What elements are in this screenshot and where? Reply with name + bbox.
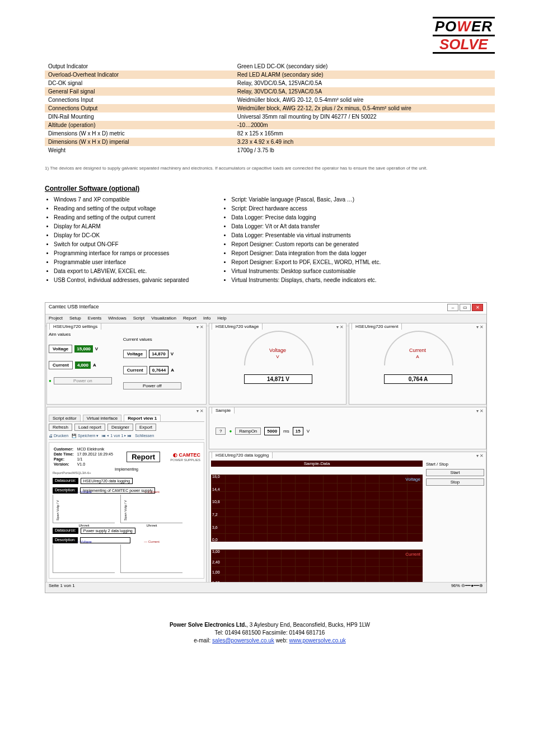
logo-w: W bbox=[457, 18, 471, 35]
spec-row: Connections InputWeidmüller block, AWG 2… bbox=[45, 96, 495, 104]
voltage-setpoint[interactable]: 15,000 bbox=[74, 345, 92, 353]
current-setpoint[interactable]: 4,000 bbox=[75, 361, 91, 369]
logo-po: PO bbox=[435, 18, 457, 35]
app-screenshot: Camtec USB Interface – ▭ ✕ ProjectSetupE… bbox=[45, 302, 487, 593]
spec-row: DIN-Rail MountingUniversal 35mm rail mou… bbox=[45, 112, 495, 121]
feature-item: Report Designer: Data integration from t… bbox=[231, 250, 381, 257]
footer-address: 3 Aylesbury End, Beaconsfield, Bucks, HP… bbox=[250, 622, 370, 628]
feature-item: Reading and setting of the output curren… bbox=[54, 214, 189, 222]
voltage-readout: 14,870 bbox=[149, 350, 168, 358]
report-current-chart-2: — Current bbox=[120, 544, 182, 573]
print-icon[interactable]: 🖨 Drucken bbox=[49, 434, 68, 438]
sample-tab[interactable]: Sample bbox=[212, 407, 235, 414]
spec-footnote: 1) The devices are designed to supply ga… bbox=[45, 166, 495, 171]
feature-item: Programming interface for ramps or proce… bbox=[54, 250, 189, 257]
ramp-v-input[interactable]: 15 bbox=[293, 427, 303, 435]
power-on-button[interactable]: Power on bbox=[54, 377, 112, 384]
panel-close-icon[interactable]: ▾ ✕ bbox=[196, 408, 204, 414]
refresh-button[interactable]: Refresh bbox=[49, 424, 72, 431]
ramp-led-icon: ● bbox=[229, 429, 232, 434]
minimize-icon[interactable]: – bbox=[447, 304, 458, 311]
spec-row: General Fail signalRelay, 30VDC/0.5A, 12… bbox=[45, 87, 495, 96]
footer-company: Power Solve Electronics Ltd. bbox=[170, 622, 246, 628]
current-unit: A bbox=[93, 363, 96, 368]
footer-fax: 01494 681716 bbox=[289, 630, 325, 636]
voltage-read-label: Voltage bbox=[123, 350, 147, 358]
brand-logo: POWER SOLVE bbox=[45, 17, 495, 54]
export-button[interactable]: Export bbox=[135, 424, 156, 431]
voltage-gauge-panel: HSEUIreg720 voltage ▾ ✕ Voltage V 14,871… bbox=[209, 323, 346, 405]
footer-email-link[interactable]: sales@powersolve.co.uk bbox=[212, 637, 274, 644]
logger-tab[interactable]: HSEUIreg720 data logging bbox=[212, 452, 273, 458]
close-icon[interactable]: ✕ bbox=[472, 304, 483, 311]
feature-item: Data Logger: Presentable via virtual ins… bbox=[231, 232, 381, 240]
settings-panel: HSEUIreg720 settings ▾ ✕ Aim values Volt… bbox=[46, 323, 207, 405]
logger-voltage-chart: Voltage 18,014,410,87,23,60,0 bbox=[211, 475, 423, 542]
feature-list-left: Windows 7 and XP compatibleReading and s… bbox=[45, 196, 189, 285]
spec-row: DC-OK signalRelay, 30VDC/0.5A, 125VAC/0.… bbox=[45, 79, 495, 87]
feature-item: Virtual Instruments: Desktop surface cus… bbox=[231, 267, 381, 275]
report-panel: Script editor Virtual interface Report v… bbox=[46, 407, 207, 583]
current-values-label: Current values bbox=[123, 337, 181, 342]
load-report-button[interactable]: Load report bbox=[74, 424, 105, 431]
status-page: Seite 1 von 1 bbox=[49, 583, 75, 592]
designer-button[interactable]: Designer bbox=[107, 424, 133, 431]
report-title: Report bbox=[127, 452, 160, 462]
close-report-button[interactable]: Schliessen bbox=[135, 434, 154, 438]
spec-row: Dimensions (W x H x D) imperial3.23 x 4.… bbox=[45, 138, 495, 146]
feature-item: Script: Direct hardware access bbox=[231, 205, 381, 213]
voltage-unit: V bbox=[95, 346, 98, 351]
current-read-label: Current bbox=[123, 366, 147, 374]
current-gauge-readout: 0,764 A bbox=[384, 374, 452, 384]
tab-report-view[interactable]: Report view 1 bbox=[124, 415, 161, 421]
panel-close-icon[interactable]: ▾ ✕ bbox=[476, 325, 484, 330]
start-button[interactable]: Start bbox=[426, 469, 484, 476]
footer-web-link[interactable]: www.powersolve.co.uk bbox=[289, 637, 346, 644]
feature-item: Data export to LABVIEW, EXCEL etc. bbox=[54, 267, 189, 275]
report-current-chart: — Current Span Volg / V Uhrzeit bbox=[120, 495, 182, 523]
feature-item: Report Designer: Export to PDF, EXCEL, W… bbox=[231, 259, 381, 266]
report-voltage-chart-2: — Voltage bbox=[53, 544, 115, 573]
current-gauge-tab[interactable]: HSEUIreg720 current bbox=[352, 323, 402, 330]
window-title: Camtec USB Interface bbox=[49, 304, 99, 313]
spec-row: Connections OutputWeidmüller block, AWG … bbox=[45, 104, 495, 112]
tab-virtual-interface[interactable]: Virtual interface bbox=[83, 415, 121, 421]
feature-item: Data Logger: Precise data logging bbox=[231, 214, 381, 222]
panel-close-icon[interactable]: ▾ ✕ bbox=[196, 325, 204, 330]
voltage-gauge-tab[interactable]: HSEUIreg720 voltage bbox=[212, 323, 263, 330]
ramp-on-button[interactable]: RampOn bbox=[235, 428, 261, 435]
voltage-gauge: Voltage V 14,871 V bbox=[244, 331, 311, 378]
current-gauge: Current A 0,764 A bbox=[384, 331, 451, 378]
page-nav[interactable]: ⏮ ◀ 1 von 1 ▶ ⏭ bbox=[102, 434, 132, 438]
tab-script-editor[interactable]: Script editor bbox=[49, 415, 81, 421]
feature-item: Virtual Instruments: Displays, charts, n… bbox=[231, 276, 381, 284]
spec-row: Overload-Overheat IndicatorRed LED ALARM… bbox=[45, 71, 495, 79]
settings-tab[interactable]: HSEUIreg720 settings bbox=[49, 323, 101, 330]
spec-row: Dimensions (W x H x D) metric82 x 125 x … bbox=[45, 129, 495, 138]
logger-current-chart: Current 3,002,401,001,200,600,00 0'00'36… bbox=[211, 550, 423, 583]
status-zoom[interactable]: 96% ⊖━━●━━⊕ bbox=[451, 583, 483, 592]
page-footer: Power Solve Electronics Ltd., 3 Aylesbur… bbox=[45, 621, 495, 645]
help-button[interactable]: ? bbox=[216, 428, 226, 435]
maximize-icon[interactable]: ▭ bbox=[460, 304, 471, 311]
current-gauge-panel: HSEUIreg720 current ▾ ✕ Current A 0,764 … bbox=[349, 323, 486, 405]
panel-close-icon[interactable]: ▾ ✕ bbox=[476, 453, 484, 458]
report-tabs: Script editor Virtual interface Report v… bbox=[49, 415, 204, 422]
ramp-ms-input[interactable]: 5000 bbox=[264, 427, 280, 435]
report-voltage-chart: — Voltage Span Volg / V Uhrzeit bbox=[53, 495, 115, 523]
current-readout: 0,7644 bbox=[149, 366, 168, 374]
feature-item: Display for DC-OK bbox=[54, 232, 189, 240]
feature-columns: Windows 7 and XP compatibleReading and s… bbox=[45, 196, 495, 285]
feature-item: Reading and setting of the output voltag… bbox=[54, 205, 189, 213]
start-stop-label: Start / Stop bbox=[426, 462, 484, 467]
spec-row: Weight1700g / 3.75 lb bbox=[45, 146, 495, 154]
logo-solve: SOLVE bbox=[433, 36, 495, 54]
stop-button[interactable]: Stop bbox=[426, 478, 484, 486]
panel-close-icon[interactable]: ▾ ✕ bbox=[336, 325, 344, 330]
power-off-button[interactable]: Power off bbox=[123, 382, 181, 389]
feature-item: Switch for output ON-OFF bbox=[54, 241, 189, 248]
feature-list-right: Script: Variable language (Pascal, Basic… bbox=[222, 196, 381, 285]
logger-title: Sample-Data bbox=[211, 461, 423, 467]
save-icon[interactable]: 💾 Speichern ▾ bbox=[72, 434, 99, 438]
panel-close-icon[interactable]: ▾ ✕ bbox=[476, 408, 484, 414]
